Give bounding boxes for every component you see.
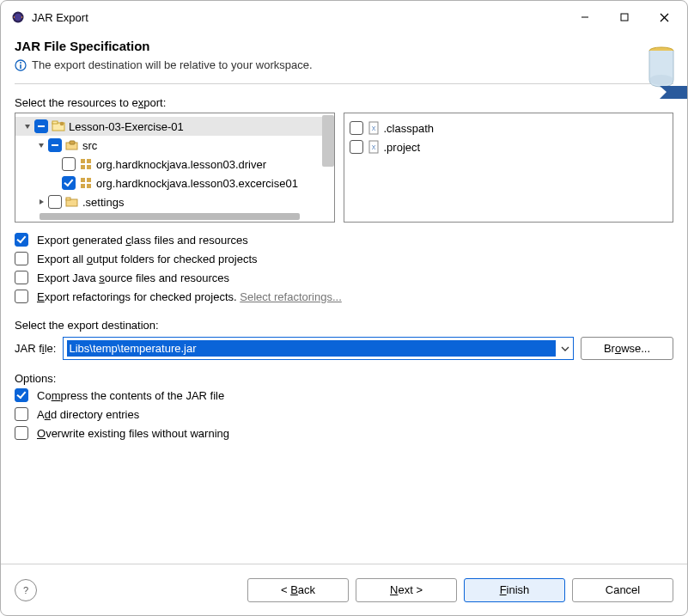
svg-rect-4	[621, 14, 628, 21]
svg-point-8	[20, 62, 21, 64]
svg-rect-19	[87, 159, 91, 163]
file-label: .classpath	[384, 122, 435, 135]
package-icon	[79, 157, 93, 171]
file-list-pane[interactable]: X .classpath X .project	[344, 113, 674, 223]
opt-export-all-output[interactable]: Export all output folders for checked pr…	[15, 252, 673, 265]
opt-label: Export all output folders for checked pr…	[37, 253, 258, 265]
checkbox-overwrite[interactable]	[15, 426, 28, 440]
help-button[interactable]: ?	[15, 579, 37, 601]
svg-rect-25	[87, 184, 91, 188]
checkbox-export-java-source[interactable]	[15, 271, 28, 284]
svg-point-2	[15, 14, 21, 21]
browse-button[interactable]: Browse...	[581, 337, 673, 360]
checkbox-export-all-output[interactable]	[15, 252, 28, 265]
file-row-project[interactable]: X .project	[350, 137, 668, 156]
separator	[15, 83, 673, 84]
opt-export-java-source[interactable]: Export Java source files and resources	[15, 271, 673, 284]
destination-label: Select the export destination:	[15, 319, 673, 332]
chevron-down-icon[interactable]	[561, 345, 569, 353]
xml-file-icon: X	[367, 121, 381, 135]
finish-button[interactable]: Finish	[464, 578, 565, 602]
checkbox-pkg-excercise[interactable]	[62, 176, 76, 190]
svg-text:?: ?	[23, 585, 28, 595]
select-refactorings-link[interactable]: Select refactorings...	[240, 290, 342, 303]
opt-compress[interactable]: Compress the contents of the JAR file	[15, 388, 673, 402]
checkbox-settings[interactable]	[48, 195, 62, 209]
opt-export-generated[interactable]: Export generated class files and resourc…	[15, 233, 673, 247]
back-button[interactable]: < Back	[247, 578, 349, 602]
window-title: JAR Export	[32, 11, 88, 24]
checkbox-add-directory[interactable]	[15, 407, 28, 421]
minimize-button[interactable]	[565, 3, 605, 31]
checkbox-pkg-driver[interactable]	[62, 157, 76, 171]
tree-node-pkg-excercise[interactable]: org.hardknockjava.lesson03.excercise01	[15, 174, 334, 192]
dialog-window: JAR Export JAR File Specification The ex…	[0, 0, 688, 616]
checkbox-project-file[interactable]	[350, 140, 363, 154]
titlebar: JAR Export	[1, 1, 687, 34]
checkbox-classpath[interactable]	[350, 121, 363, 135]
tree-node-settings[interactable]: .settings	[15, 192, 334, 211]
opt-overwrite[interactable]: Overwrite existing files without warning	[15, 426, 673, 440]
tree-label: Lesson-03-Exercise-01	[69, 120, 184, 133]
destination-row: JAR file: Browse...	[15, 337, 673, 360]
next-button[interactable]: Next >	[356, 578, 457, 602]
resource-tree-pane[interactable]: Lesson-03-Exercise-01 src	[15, 113, 335, 223]
collapse-icon[interactable]	[21, 122, 34, 131]
horizontal-scrollbar[interactable]	[40, 213, 300, 220]
opt-label: Add directory entries	[37, 408, 139, 421]
jar-file-combo[interactable]	[63, 337, 574, 360]
svg-rect-27	[66, 198, 70, 200]
cancel-button[interactable]: Cancel	[572, 578, 673, 602]
jar-options: Compress the contents of the JAR file Ad…	[15, 388, 673, 440]
svg-rect-21	[87, 165, 91, 169]
close-button[interactable]	[644, 3, 684, 31]
export-options: Export generated class files and resourc…	[15, 233, 673, 303]
file-row-classpath[interactable]: X .classpath	[350, 119, 668, 137]
content: Select the resources to export: Lesson-0…	[1, 84, 687, 564]
page-title: JAR File Specification	[15, 39, 673, 53]
eclipse-icon	[11, 10, 25, 24]
tree-node-src[interactable]: src	[15, 136, 334, 155]
footer: ? < Back Next > Finish Cancel	[1, 564, 687, 615]
vertical-scrollbar[interactable]	[322, 115, 334, 167]
checkbox-export-refactorings[interactable]	[15, 290, 28, 303]
svg-rect-22	[81, 178, 85, 182]
tree-label: src	[82, 139, 97, 152]
tree-label: org.hardknockjava.lesson03.excercise01	[96, 177, 298, 190]
info-icon	[15, 59, 27, 71]
collapse-icon[interactable]	[34, 141, 48, 149]
svg-text:X: X	[371, 144, 375, 150]
maximize-button[interactable]	[605, 3, 644, 31]
tree-node-pkg-driver[interactable]: org.hardknockjava.lesson03.driver	[15, 155, 334, 174]
jar-file-label: JAR file:	[15, 342, 56, 355]
opt-label: Compress the contents of the JAR file	[37, 389, 224, 402]
checkbox-project[interactable]	[34, 119, 48, 133]
folder-icon	[65, 195, 79, 209]
svg-point-11	[649, 75, 673, 85]
tree-label: org.hardknockjava.lesson03.driver	[96, 158, 266, 171]
options-header: Options:	[15, 372, 673, 385]
jar-wizard-icon	[625, 39, 687, 101]
source-folder-icon	[65, 138, 79, 152]
opt-label: Overwrite existing files without warning	[37, 427, 229, 440]
svg-rect-9	[20, 64, 21, 69]
svg-rect-23	[87, 178, 91, 182]
svg-rect-18	[81, 159, 85, 163]
resource-tree: Lesson-03-Exercise-01 src	[15, 117, 334, 211]
titlebar-left: JAR Export	[11, 10, 88, 24]
checkbox-src[interactable]	[48, 138, 62, 152]
expand-icon[interactable]	[34, 198, 48, 206]
resources-label: Select the resources to export:	[15, 96, 673, 109]
xml-file-icon: X	[367, 140, 381, 154]
opt-export-refactorings[interactable]: Export refactorings for checked projects…	[15, 290, 673, 303]
opt-label: Export Java source files and resources	[37, 271, 229, 284]
project-icon	[52, 119, 65, 133]
checkbox-compress[interactable]	[15, 388, 28, 402]
checkbox-export-generated[interactable]	[15, 233, 28, 247]
opt-add-directory[interactable]: Add directory entries	[15, 407, 673, 421]
tree-node-project[interactable]: Lesson-03-Exercise-01	[15, 117, 334, 136]
banner-info-text: The export destination will be relative …	[32, 58, 313, 71]
jar-file-input[interactable]	[67, 340, 556, 357]
file-label: .project	[384, 141, 421, 154]
wizard-nav: < Back Next > Finish Cancel	[247, 578, 673, 602]
